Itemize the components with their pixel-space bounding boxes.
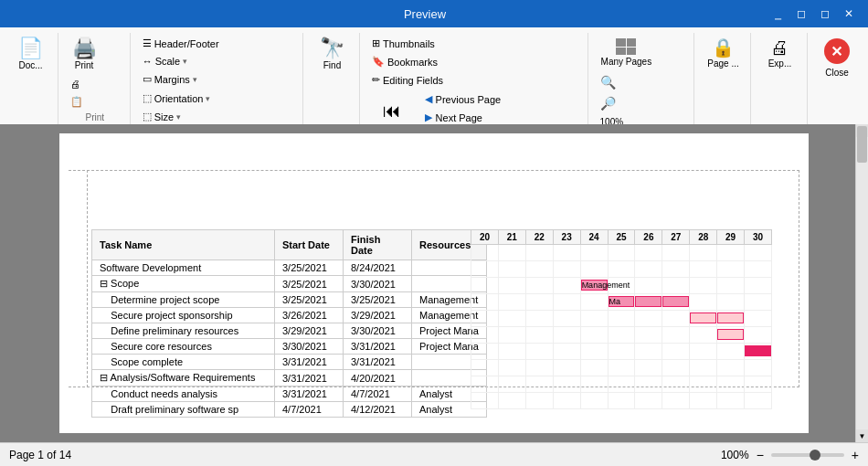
scroll-down-button[interactable]: ▼ (856, 429, 868, 442)
finish-date-cell: 3/30/2021 (344, 276, 412, 292)
zoom-in-button[interactable]: 🔍 (596, 72, 629, 92)
gantt-cell (745, 393, 772, 409)
scale-icon: ↔ (143, 56, 153, 67)
finish-date-cell: 3/31/2021 (344, 339, 412, 355)
gantt-col-header: 28 (690, 230, 717, 245)
gantt-cell (553, 261, 580, 278)
gantt-cell (745, 311, 772, 327)
scale-button[interactable]: ↔ Scale ▾ (138, 53, 224, 69)
gantt-cell (498, 376, 525, 393)
gantt-cell: Management (580, 278, 608, 294)
gantt-col-header: 22 (525, 230, 553, 245)
task-name-cell: Determine project scope (92, 292, 275, 308)
gantt-cell (608, 376, 635, 393)
print-label: Print (75, 60, 94, 70)
task-name-cell: Conduct needs analysis (92, 387, 275, 402)
size-button[interactable]: ⬚ Size ▾ (138, 108, 216, 125)
finish-date-cell: 3/30/2021 (344, 323, 412, 339)
prev-page-icon: ◀ (425, 93, 432, 105)
start-date-cell: 3/31/2021 (275, 370, 344, 387)
gantt-chart-row: Ma (471, 294, 772, 311)
gantt-col-header: 26 (635, 230, 662, 245)
maximize-button[interactable]: ◻ (815, 4, 835, 24)
gantt-cell (745, 294, 772, 311)
gantt-cell (498, 311, 525, 327)
orientation-dropdown-icon: ▾ (206, 94, 210, 103)
gantt-cell: Ma (608, 294, 635, 311)
zoom-slider-thumb[interactable] (810, 450, 820, 461)
gantt-cell (525, 261, 553, 278)
finish-date-cell: 8/24/2021 (344, 260, 412, 276)
margins-button[interactable]: ▭ Margins ▾ (138, 70, 224, 88)
gantt-cell (580, 344, 608, 360)
gantt-cell (498, 344, 525, 360)
gantt-col-header: 27 (662, 230, 690, 245)
gantt-cell (553, 311, 580, 327)
print-button[interactable]: 🖨️ Print (66, 35, 102, 74)
gantt-cell (580, 311, 608, 327)
print-small-top-button[interactable]: 🖨 (66, 76, 88, 92)
gantt-cell (608, 261, 635, 278)
editing-fields-button[interactable]: ✏ Editing Fields (367, 71, 448, 89)
size-icon: ⬚ (143, 111, 152, 122)
gantt-cell (635, 311, 662, 327)
gantt-cell (525, 360, 553, 376)
exp-button[interactable]: 🖨 Exp... (761, 35, 798, 72)
close-preview-button[interactable]: ✕ Close (819, 35, 855, 81)
preview-area: Task Name Start Date Finish Date Resourc… (0, 124, 868, 442)
close-button[interactable]: ✕ (839, 4, 859, 24)
task-name-cell: Secure project sponsorship (92, 308, 275, 323)
gantt-cell (662, 344, 690, 360)
print-small-icon: 🖨 (70, 79, 80, 90)
gantt-chart-row (471, 245, 772, 261)
print-icon: 🖨️ (72, 38, 97, 58)
zoom-out-button[interactable]: 🔎 (596, 93, 629, 113)
gantt-cell (717, 245, 745, 261)
gantt-cell (745, 344, 772, 360)
gantt-cell (717, 261, 745, 278)
restore-button[interactable]: ◻ (791, 4, 811, 24)
margin-left-line (87, 170, 88, 387)
zoom-minus-button[interactable]: − (757, 448, 764, 462)
gantt-cell (690, 278, 717, 294)
header-footer-button[interactable]: ☰ Header/Footer (138, 35, 224, 52)
zoom-controls: 100% − + (721, 448, 859, 462)
minimize-button[interactable]: ⎯ (767, 4, 788, 24)
gantt-cell (662, 311, 690, 327)
thumbnails-button[interactable]: ⊞ Thumbnails (367, 35, 448, 52)
orientation-button[interactable]: ⬚ Orientation ▾ (138, 90, 216, 107)
window-controls[interactable]: ⎯ ◻ ◻ ✕ (767, 4, 859, 24)
gantt-cell (635, 294, 662, 311)
gantt-col-header: 21 (498, 230, 525, 245)
gantt-cell (608, 327, 635, 344)
zoom-plus-button[interactable]: + (852, 448, 859, 462)
gantt-cell (608, 245, 635, 261)
gantt-cell (690, 376, 717, 393)
many-pages-button[interactable]: Many Pages (596, 35, 658, 70)
gantt-cell (471, 245, 499, 261)
gantt-cell (662, 360, 690, 376)
gantt-cell (745, 376, 772, 393)
gantt-cell (498, 278, 525, 294)
vertical-scrollbar[interactable]: ▲ ▼ (855, 124, 868, 442)
gantt-cell (580, 294, 608, 311)
gantt-cell (608, 393, 635, 409)
page-button[interactable]: 🔒 Page ... (702, 35, 744, 72)
gantt-cell (745, 245, 772, 261)
print-small-bottom-button[interactable]: 📋 (66, 93, 88, 111)
many-pages-icon (616, 38, 636, 55)
prev-page-button[interactable]: ◀ Previous Page (418, 90, 508, 108)
gantt-cell (690, 393, 717, 409)
doc-button[interactable]: 📄 Doc... (13, 35, 49, 74)
col-header-task: Task Name (92, 230, 275, 260)
zoom-slider[interactable] (771, 453, 844, 457)
start-date-cell: 3/30/2021 (275, 339, 344, 355)
scroll-thumb[interactable] (857, 126, 867, 163)
gantt-col-header: 30 (745, 230, 772, 245)
gantt-cell (471, 278, 499, 294)
bookmarks-button[interactable]: 🔖 Bookmarks (367, 53, 448, 70)
gantt-cell (745, 327, 772, 344)
task-name-cell: ⊟ Analysis/Software Requirements (92, 370, 275, 387)
gantt-cell (471, 393, 499, 409)
find-button[interactable]: 🔭 Find (314, 35, 351, 74)
